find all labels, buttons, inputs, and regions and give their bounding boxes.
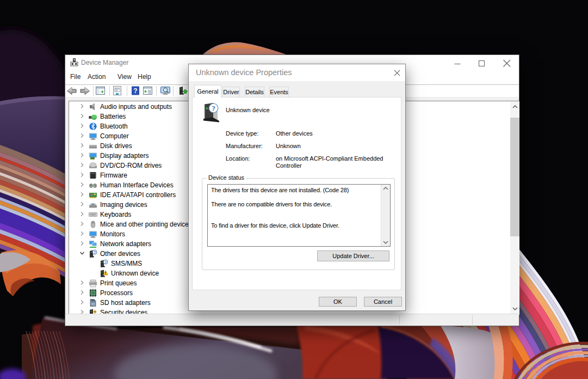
svg-text:?: ? (133, 87, 137, 95)
svg-text:?: ? (94, 250, 96, 255)
svg-text:?: ? (104, 260, 107, 265)
svg-text:?: ? (212, 104, 215, 112)
